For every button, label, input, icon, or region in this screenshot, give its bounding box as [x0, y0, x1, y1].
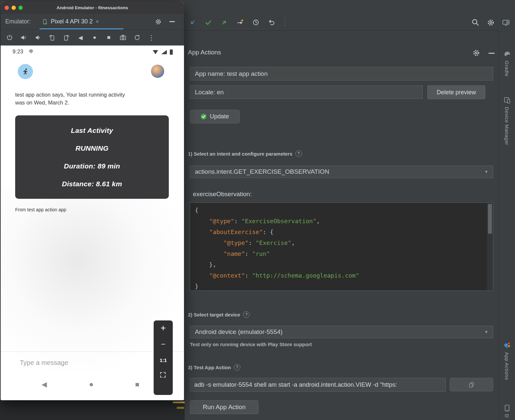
close-window-button[interactable] — [5, 6, 9, 10]
delete-preview-button[interactable]: Delete preview — [427, 85, 485, 99]
target-device-dropdown[interactable]: Android device (emulator-5554) ▼ — [190, 326, 493, 338]
card-duration: Duration: 89 min — [64, 162, 120, 170]
status-time: 9:23 — [13, 49, 23, 55]
minimize-window-button[interactable] — [12, 6, 16, 10]
rotate-right-icon[interactable] — [62, 33, 71, 42]
panel-title: App Actions — [188, 49, 221, 56]
search-icon[interactable] — [471, 18, 480, 27]
step3-label: 3) Test App Action ? — [188, 364, 240, 371]
emulator-tabrow: Emulator: Pixel 4 API 30 2 × — [1, 14, 184, 30]
volume-up-icon[interactable] — [19, 33, 28, 42]
more-kebab-icon[interactable]: ⋮ — [147, 33, 156, 42]
assistant-message: test app action says, Your last running … — [15, 91, 125, 107]
card-activity: RUNNING — [76, 144, 108, 152]
locale-field[interactable]: Locale: en — [190, 85, 423, 99]
zoom-window-button[interactable] — [18, 6, 23, 10]
settings-gear-icon[interactable] — [486, 18, 495, 27]
check-icon[interactable] — [204, 18, 213, 27]
volume-down-icon[interactable] — [34, 33, 42, 42]
layout-inspector-icon[interactable] — [501, 18, 510, 27]
phone-icon — [42, 19, 48, 25]
json-code-editor[interactable]: { "@type": "ExerciseObservation", "about… — [190, 202, 493, 291]
overview-icon[interactable]: ■ — [105, 33, 113, 42]
tool-tab-device-manager-label[interactable]: Device Manager — [504, 107, 510, 145]
home-icon[interactable]: ● — [90, 33, 99, 42]
device-manager-icon — [503, 96, 511, 104]
zoom-out-button[interactable]: − — [154, 340, 173, 349]
step1-label: 1) Select an intent and configure parame… — [188, 150, 302, 157]
step3-help-icon[interactable]: ? — [234, 364, 240, 371]
tool-tab-device-bottom[interactable] — [503, 404, 511, 413]
tool-tab-gradle-label[interactable]: Gradle — [504, 61, 510, 76]
device-hint: Test only on running device with Play St… — [190, 342, 312, 347]
user-avatar — [151, 65, 164, 78]
app-name-value: App name: test app action — [195, 70, 268, 77]
phone-icon — [503, 404, 511, 412]
app-avatar — [18, 64, 33, 79]
emulator-controls: ◀ ● ■ ⋮ — [1, 30, 184, 45]
run-app-action-button[interactable]: Run App Action — [190, 400, 258, 414]
rotate-left-icon[interactable] — [48, 33, 56, 42]
status-right-icons — [153, 49, 173, 55]
run-with-star-icon[interactable] — [235, 18, 245, 27]
window-title: Android Emulator - fitnessactions — [1, 5, 184, 10]
snapshots-icon[interactable] — [133, 33, 141, 42]
emulator-minimize-icon[interactable] — [169, 21, 175, 22]
device-value: Android device (emulator-5554) — [195, 328, 283, 336]
app-name-field[interactable]: App name: test app action — [190, 67, 493, 80]
card-title: Last Activity — [71, 127, 113, 135]
power-icon[interactable] — [5, 33, 14, 42]
toolbar-separator — [285, 18, 285, 27]
step1-help-icon[interactable]: ? — [295, 150, 302, 157]
update-check-icon — [200, 113, 207, 120]
yellow-marker — [173, 402, 185, 403]
tool-tab-app-actions[interactable] — [503, 342, 511, 351]
tool-tab-bottom-label[interactable]: D — [504, 414, 510, 418]
code-scrollbar-track[interactable] — [487, 203, 493, 290]
copy-command-button[interactable] — [450, 378, 493, 391]
from-app-label: From test app action app — [15, 207, 66, 212]
attach-debugger-icon[interactable] — [188, 18, 197, 27]
panel-minimize-icon[interactable] — [489, 53, 495, 54]
signal-icon — [161, 50, 167, 54]
tab-pixel4[interactable]: Pixel 4 API 30 2 × — [42, 18, 99, 25]
intent-dropdown[interactable]: actions.intent.GET_EXERCISE_OBSERVATION … — [190, 165, 493, 178]
yellow-marker — [177, 407, 184, 409]
active-tab-underline — [40, 28, 123, 29]
message-input[interactable] — [19, 359, 129, 367]
tool-tab-device-manager[interactable] — [503, 96, 511, 105]
tab-label: Pixel 4 API 30 2 — [51, 18, 93, 25]
chevron-down-icon: ▼ — [484, 169, 488, 174]
zoom-reset-button[interactable]: 1:1 — [154, 357, 173, 363]
panel-gear-icon[interactable] — [471, 48, 481, 57]
nav-home-button[interactable]: ● — [89, 380, 94, 389]
background-strip — [0, 400, 185, 420]
nav-back-button[interactable]: ◀ — [42, 380, 47, 388]
emulator-label: Emulator: — [5, 18, 31, 25]
assistant-icon — [503, 342, 511, 349]
fit-screen-button[interactable] — [159, 371, 167, 378]
nav-overview-button[interactable]: ■ — [135, 380, 139, 388]
battery-icon — [170, 49, 173, 55]
tool-tab-gradle[interactable] — [503, 49, 511, 59]
screenshot-camera-icon[interactable] — [119, 33, 127, 42]
emulator-settings-gear-icon[interactable] — [154, 17, 163, 26]
wifi-icon — [153, 50, 158, 54]
back-icon[interactable]: ◀ — [76, 33, 85, 42]
intent-value: actions.intent.GET_EXERCISE_OBSERVATION — [195, 168, 329, 175]
update-button[interactable]: Update — [190, 110, 240, 123]
code-scrollbar-thumb[interactable] — [488, 204, 492, 234]
clock-icon[interactable] — [251, 18, 260, 27]
phone-screen: 9:23 test app action says, Your last run… — [1, 45, 184, 400]
zoom-in-button[interactable]: + — [154, 323, 173, 333]
undo-icon[interactable] — [267, 18, 276, 27]
emulator-titlebar[interactable]: Android Emulator - fitnessactions — [1, 1, 184, 14]
step2-help-icon[interactable]: ? — [243, 311, 250, 318]
card-distance: Distance: 8.61 km — [62, 180, 122, 188]
tab-close-icon[interactable]: × — [96, 19, 99, 25]
profile-arrow-icon[interactable] — [220, 18, 229, 27]
tool-tab-app-actions-label[interactable]: App Actions — [504, 352, 510, 380]
copy-icon — [468, 381, 475, 388]
adb-command-input[interactable] — [190, 378, 446, 392]
locale-value: Locale: en — [195, 89, 224, 96]
